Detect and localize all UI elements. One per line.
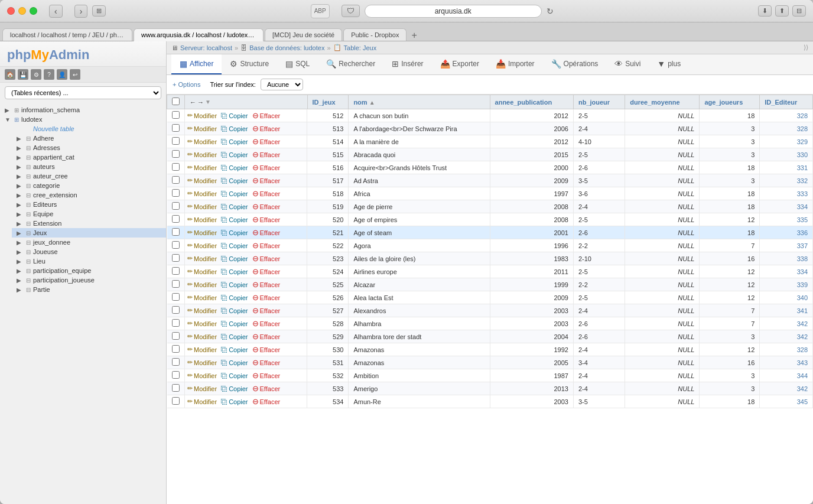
sidebar-item-lieu[interactable]: ▶ ⊟ Lieu	[12, 256, 166, 266]
edit-button[interactable]: ✏ Modifier	[187, 359, 217, 366]
delete-button[interactable]: ⊖ Effacer	[252, 124, 281, 133]
edit-button[interactable]: ✏ Modifier	[187, 164, 217, 171]
cell-id-editeur[interactable]: 338	[760, 252, 813, 265]
row-checkbox[interactable]	[172, 124, 180, 132]
sort-age[interactable]: age_joueurs	[704, 99, 743, 106]
sidebar-item-ludotex[interactable]: ▼ ⊞ ludotex	[0, 115, 166, 124]
edit-button[interactable]: ✏ Modifier	[187, 138, 217, 145]
close-button[interactable]	[7, 7, 15, 15]
minimize-button[interactable]	[18, 7, 26, 15]
copy-button[interactable]: ⿻ Copier	[221, 112, 248, 119]
back-button[interactable]: ‹	[49, 5, 63, 18]
sort-nb-joueur[interactable]: nb_joueur	[578, 99, 610, 106]
copy-button[interactable]: ⿻ Copier	[221, 216, 248, 223]
copy-button[interactable]: ⿻ Copier	[221, 125, 248, 132]
row-checkbox[interactable]	[172, 306, 180, 314]
copy-button[interactable]: ⿻ Copier	[221, 255, 248, 262]
url-input[interactable]: arquusia.dk	[365, 5, 542, 18]
tab-plus[interactable]: ▼ plus	[649, 54, 689, 74]
sort-select[interactable]: Aucune	[261, 79, 303, 90]
toolbar-home-icon[interactable]: 🏠	[5, 69, 15, 80]
cell-id-editeur[interactable]: 336	[760, 226, 813, 239]
sidebar-item-nouvelle-table[interactable]: Nouvelle table	[12, 124, 166, 134]
delete-button[interactable]: ⊖ Effacer	[252, 189, 281, 198]
cell-id-editeur[interactable]: 328	[760, 343, 813, 356]
edit-button[interactable]: ✏ Modifier	[187, 255, 217, 262]
row-checkbox[interactable]	[172, 176, 180, 184]
row-checkbox[interactable]	[172, 137, 180, 145]
cell-id-editeur[interactable]: 342	[760, 330, 813, 343]
copy-button[interactable]: ⿻ Copier	[221, 346, 248, 353]
row-checkbox[interactable]	[172, 267, 180, 275]
tab-inserer[interactable]: ⊞ Insérer	[383, 54, 431, 74]
edit-button[interactable]: ✏ Modifier	[187, 242, 217, 249]
copy-button[interactable]: ⿻ Copier	[221, 385, 248, 392]
add-tab-button[interactable]: +	[408, 30, 420, 41]
delete-button[interactable]: ⊖ Effacer	[252, 319, 281, 328]
copy-button[interactable]: ⿻ Copier	[221, 138, 248, 145]
row-checkbox[interactable]	[172, 280, 180, 288]
delete-button[interactable]: ⊖ Effacer	[252, 332, 281, 341]
sidebar-button[interactable]: ⊟	[792, 5, 806, 17]
row-checkbox[interactable]	[172, 111, 180, 119]
cell-id-editeur[interactable]: 345	[760, 395, 813, 408]
delete-button[interactable]: ⊖ Effacer	[252, 137, 281, 146]
shield-icon[interactable]: 🛡	[342, 5, 360, 17]
copy-button[interactable]: ⿻ Copier	[221, 398, 248, 405]
cell-id-editeur[interactable]: 333	[760, 187, 813, 200]
maximize-button[interactable]	[30, 7, 37, 15]
sidebar-item-joueuse[interactable]: ▶ ⊟ Joueuse	[12, 247, 166, 256]
delete-button[interactable]: ⊖ Effacer	[252, 280, 281, 289]
copy-button[interactable]: ⿻ Copier	[221, 242, 248, 249]
delete-button[interactable]: ⊖ Effacer	[252, 397, 281, 406]
row-checkbox[interactable]	[172, 189, 180, 197]
toolbar-db-icon[interactable]: 💾	[18, 69, 28, 80]
cell-id-editeur[interactable]: 337	[760, 239, 813, 252]
toolbar-exit-icon[interactable]: ↩	[70, 69, 80, 80]
sidebar-item-auteur-cree[interactable]: ▶ ⊟ auteur_cree	[12, 171, 166, 181]
sidebar-item-adhere[interactable]: ▶ ⊟ Adhere	[12, 134, 166, 143]
edit-button[interactable]: ✏ Modifier	[187, 281, 217, 288]
browser-tab-1[interactable]: localhost / localhost / temp / JEU / php…	[2, 28, 132, 41]
cell-id-editeur[interactable]: 339	[760, 278, 813, 291]
edit-button[interactable]: ✏ Modifier	[187, 190, 217, 197]
sidebar-item-participation-joueuse[interactable]: ▶ ⊟ participation_joueuse	[12, 275, 166, 285]
row-checkbox[interactable]	[172, 332, 180, 340]
sort-nom[interactable]: nom	[353, 99, 367, 106]
copy-button[interactable]: ⿻ Copier	[221, 294, 248, 301]
sidebar-item-cree-extension[interactable]: ▶ ⊟ cree_extension	[12, 190, 166, 200]
toolbar-user-icon[interactable]: 👤	[57, 69, 67, 80]
row-checkbox[interactable]	[172, 384, 180, 392]
edit-button[interactable]: ✏ Modifier	[187, 398, 217, 405]
copy-button[interactable]: ⿻ Copier	[221, 151, 248, 158]
abp-icon[interactable]: ABP	[311, 4, 330, 18]
copy-button[interactable]: ⿻ Copier	[221, 268, 248, 275]
cell-id-editeur[interactable]: 330	[760, 148, 813, 161]
copy-button[interactable]: ⿻ Copier	[221, 229, 248, 236]
edit-button[interactable]: ✏ Modifier	[187, 177, 217, 184]
delete-button[interactable]: ⊖ Effacer	[252, 384, 281, 393]
tab-suivi[interactable]: 👁 Suivi	[606, 54, 649, 74]
tab-importer[interactable]: 📥 Importer	[487, 54, 543, 74]
edit-button[interactable]: ✏ Modifier	[187, 333, 217, 340]
edit-button[interactable]: ✏ Modifier	[187, 346, 217, 353]
toolbar-help-icon[interactable]: ?	[44, 69, 54, 80]
select-all-checkbox[interactable]	[172, 97, 180, 105]
row-checkbox[interactable]	[172, 202, 180, 210]
edit-button[interactable]: ✏ Modifier	[187, 385, 217, 392]
delete-button[interactable]: ⊖ Effacer	[252, 111, 281, 120]
tab-structure[interactable]: ⚙ Structure	[222, 54, 277, 74]
sidebar-item-auteurs[interactable]: ▶ ⊟ auteurs	[12, 162, 166, 171]
copy-button[interactable]: ⿻ Copier	[221, 281, 248, 288]
cell-id-editeur[interactable]: 328	[760, 122, 813, 135]
delete-button[interactable]: ⊖ Effacer	[252, 202, 281, 211]
forward-button[interactable]: ›	[74, 5, 88, 18]
download-button[interactable]: ⬇	[758, 5, 772, 17]
browser-tab-4[interactable]: Public - Dropbox	[343, 28, 406, 41]
filter-icon[interactable]: ▼	[205, 99, 211, 105]
row-checkbox[interactable]	[172, 254, 180, 262]
share-button[interactable]: ⬆	[775, 5, 789, 17]
row-checkbox[interactable]	[172, 241, 180, 249]
sidebar-item-jeux-donnee[interactable]: ▶ ⊟ jeux_donnee	[12, 238, 166, 247]
copy-button[interactable]: ⿻ Copier	[221, 177, 248, 184]
